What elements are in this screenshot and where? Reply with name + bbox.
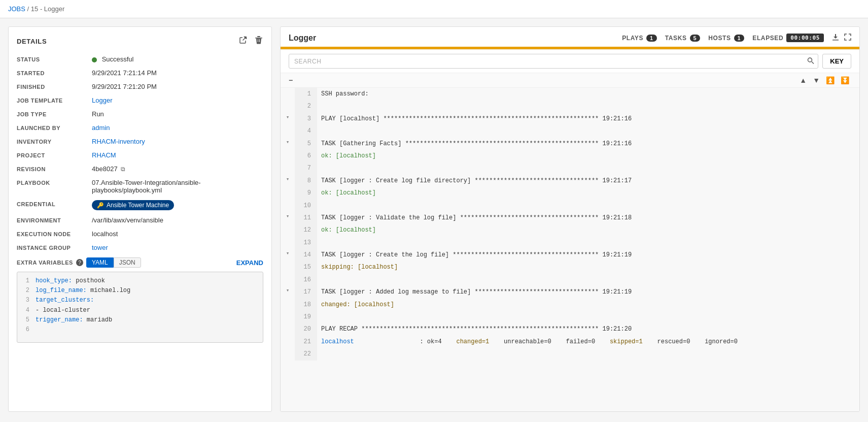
scroll-up-button[interactable]: ▲ <box>797 75 809 85</box>
fold-toggle[interactable]: ▾ <box>281 113 295 122</box>
log-line: 2 <box>281 100 859 112</box>
log-line: 6ok: [localhost] <box>281 150 859 162</box>
expand-output-button[interactable] <box>844 34 851 42</box>
json-tab[interactable]: JSON <box>114 257 141 268</box>
output-toolbar: − ▲ ▼ ⏫ ⏬ <box>281 73 859 88</box>
started-label: STARTED <box>17 69 88 76</box>
search-input[interactable] <box>289 54 818 69</box>
playbook-value: 07.Ansible-Tower-Integration/ansible-pla… <box>92 179 263 194</box>
svg-rect-2 <box>257 36 260 37</box>
key-button[interactable]: KEY <box>822 54 851 69</box>
environment-row: ENVIRONMENT /var/lib/awx/venv/ansible <box>17 216 263 224</box>
breadcrumb-jobs-link[interactable]: JOBS <box>8 5 25 13</box>
search-input-wrap <box>289 54 818 69</box>
tasks-stat: TASKS 5 <box>665 35 701 42</box>
fold-toggle[interactable]: ▾ <box>281 286 295 296</box>
fold-toggle[interactable]: ▾ <box>281 212 295 221</box>
finished-row: FINISHED 9/29/2021 7:21:20 PM <box>17 83 263 90</box>
project-label: PROJECT <box>17 151 88 158</box>
log-line: ▾14TASK [logger : Create the log file] *… <box>281 249 859 261</box>
header-actions <box>238 35 263 47</box>
elapsed-stat: ELAPSED 00:00:05 <box>752 34 824 42</box>
log-line: ▾8TASK [logger : Create log file directo… <box>281 175 859 187</box>
revision-content: 4be8027 ⧉ <box>92 165 263 173</box>
log-line: 15skipping: [localhost] <box>281 261 859 273</box>
output-title: Logger <box>289 34 316 43</box>
launched-by-link[interactable]: admin <box>92 124 110 132</box>
finished-label: FINISHED <box>17 83 88 90</box>
instance-group-link[interactable]: tower <box>92 244 108 251</box>
log-line: 16 <box>281 274 859 286</box>
finished-value: 9/29/2021 7:21:20 PM <box>92 83 263 90</box>
scroll-bottom-button[interactable]: ⏬ <box>839 75 851 85</box>
status-value: Successful <box>92 55 263 63</box>
plays-count: 1 <box>646 35 657 42</box>
started-row: STARTED 9/29/2021 7:21:14 PM <box>17 69 263 77</box>
log-line: ▾3PLAY [localhost] *********************… <box>281 113 859 125</box>
svg-rect-3 <box>258 39 258 42</box>
log-line: 21localhost : ok=4 changed=1 unreachable… <box>281 336 859 348</box>
job-type-value: Run <box>92 110 263 118</box>
search-button[interactable] <box>807 57 814 66</box>
help-icon[interactable]: ? <box>76 259 83 266</box>
details-header: DETAILS <box>17 35 263 47</box>
code-line: 1hook_type: posthook <box>21 276 259 286</box>
log-output[interactable]: 1SSH password:2▾3PLAY [localhost] ******… <box>281 88 859 411</box>
collapse-all-button[interactable]: − <box>289 76 293 84</box>
delete-button[interactable] <box>254 35 263 47</box>
svg-rect-4 <box>259 39 260 42</box>
revision-label: REVISION <box>17 165 88 172</box>
elapsed-value: 00:00:05 <box>786 34 824 42</box>
launched-by-value: admin <box>92 124 263 132</box>
status-text: Successful <box>102 55 134 63</box>
launched-by-label: LAUNCHED BY <box>17 124 88 131</box>
output-actions <box>832 33 851 43</box>
log-line: 1SSH password: <box>281 88 859 100</box>
output-stats: PLAYS 1 TASKS 5 HOSTS 1 ELAPSED 00:00:05 <box>622 33 851 43</box>
inventory-label: INVENTORY <box>17 138 88 145</box>
code-line: 5trigger_name: mariadb <box>21 315 259 325</box>
tasks-label: TASKS <box>665 35 687 42</box>
playbook-label: PLAYBOOK <box>17 179 88 186</box>
revision-hash: 4be8027 <box>92 165 118 173</box>
instance-group-row: INSTANCE GROUP tower <box>17 244 263 251</box>
instance-group-label: INSTANCE GROUP <box>17 244 88 251</box>
tasks-count: 5 <box>690 35 701 42</box>
job-template-link[interactable]: Logger <box>92 96 112 104</box>
fold-toggle[interactable]: ▾ <box>281 249 295 258</box>
inventory-row: INVENTORY RHACM-inventory <box>17 138 263 145</box>
inventory-value: RHACM-inventory <box>92 138 263 145</box>
scroll-down-button[interactable]: ▼ <box>811 75 822 85</box>
progress-bar <box>281 47 859 49</box>
details-title: DETAILS <box>17 38 47 45</box>
svg-rect-5 <box>832 40 839 41</box>
project-link[interactable]: RHACM <box>92 151 116 159</box>
copy-revision-icon[interactable]: ⧉ <box>121 166 125 173</box>
fold-toggle[interactable]: ▾ <box>281 175 295 184</box>
yaml-tab[interactable]: YAML <box>86 257 114 268</box>
log-line: ▾17TASK [logger : Added log message to f… <box>281 286 859 298</box>
download-button[interactable] <box>832 33 839 43</box>
output-panel: Logger PLAYS 1 TASKS 5 HOSTS 1 <box>280 26 860 412</box>
scroll-top-button[interactable]: ⏫ <box>824 75 837 85</box>
inventory-link[interactable]: RHACM-inventory <box>92 138 145 145</box>
expand-button[interactable]: EXPAND <box>236 259 263 267</box>
credential-row: CREDENTIAL 🔑 Ansible Tower Machine <box>17 200 263 210</box>
svg-rect-1 <box>255 38 262 39</box>
output-title-row: Logger PLAYS 1 TASKS 5 HOSTS 1 <box>289 33 851 43</box>
code-line: 4 - local-cluster <box>21 306 259 315</box>
fold-toggle[interactable]: ▾ <box>281 138 295 147</box>
hosts-stat: HOSTS 1 <box>708 35 744 42</box>
execution-node-label: EXECUTION NODE <box>17 230 88 237</box>
details-panel: DETAILS STATUS Successful STARTED 9/29/2… <box>8 26 272 412</box>
playbook-row: PLAYBOOK 07.Ansible-Tower-Integration/an… <box>17 179 263 194</box>
log-line: 10 <box>281 200 859 212</box>
format-tabs: YAML JSON <box>86 257 141 268</box>
credential-badge[interactable]: 🔑 Ansible Tower Machine <box>92 200 174 210</box>
launch-button[interactable] <box>238 35 248 47</box>
elapsed-label: ELAPSED <box>752 35 783 42</box>
execution-node-value: localhost <box>92 230 263 238</box>
plays-label: PLAYS <box>622 35 643 42</box>
breadcrumb-separator: / <box>27 5 29 13</box>
plays-stat: PLAYS 1 <box>622 35 657 42</box>
